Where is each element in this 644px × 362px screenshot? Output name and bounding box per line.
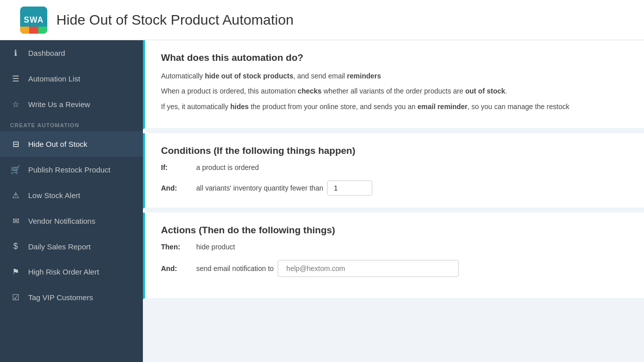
dashboard-icon: ℹ bbox=[10, 48, 21, 58]
star-icon: ☆ bbox=[10, 100, 21, 109]
sidebar-item-label: High Risk Order Alert bbox=[28, 267, 99, 276]
conditions-panel: Conditions (If the following things happ… bbox=[143, 133, 644, 209]
mail-icon: ✉ bbox=[10, 216, 21, 226]
cart-icon: 🛒 bbox=[10, 165, 21, 174]
conditions-grid: If: a product is ordered And: all varian… bbox=[161, 163, 628, 196]
warning-icon: ⚠ bbox=[10, 191, 21, 200]
create-automation-section-label: CREATE AUTOMATION bbox=[0, 117, 143, 131]
sidebar-item-low-stock-alert[interactable]: ⚠ Low Stock Alert bbox=[0, 183, 143, 208]
conditions-header: Conditions (If the following things happ… bbox=[161, 145, 628, 156]
list-icon: ☰ bbox=[10, 74, 21, 83]
action-then-label: Then: bbox=[161, 243, 196, 251]
sidebar-item-hide-out-of-stock[interactable]: ⊟ Hide Out of Stock bbox=[0, 131, 143, 157]
main-content: What does this automation do? Automatica… bbox=[143, 40, 644, 362]
box-icon: ⊟ bbox=[10, 139, 21, 149]
sidebar-item-automation-list[interactable]: ☰ Automation List bbox=[0, 66, 143, 92]
action-then-text: hide product bbox=[196, 243, 235, 251]
action-and-row: And: send email notification to bbox=[161, 260, 628, 277]
app-logo: SWA bbox=[20, 7, 47, 34]
sidebar-item-label: Publish Restock Product bbox=[28, 165, 110, 174]
condition-if-label: If: bbox=[161, 163, 196, 171]
sidebar-item-high-risk-order-alert[interactable]: ⚑ High Risk Order Alert bbox=[0, 259, 143, 285]
sidebar-item-label: Automation List bbox=[28, 74, 80, 83]
condition-if-row: If: a product is ordered bbox=[161, 163, 628, 171]
sidebar-item-label: Write Us a Review bbox=[28, 100, 90, 109]
action-and-label: And: bbox=[161, 264, 196, 273]
description-line3: If yes, it automatically hides the produ… bbox=[161, 101, 628, 112]
dollar-icon: $ bbox=[10, 242, 21, 251]
sidebar-item-tag-vip-customers[interactable]: ☑ Tag VIP Customers bbox=[0, 285, 143, 310]
sidebar-item-label: Low Stock Alert bbox=[28, 191, 80, 200]
flag-icon: ⚑ bbox=[10, 267, 21, 277]
sidebar-item-label: Vendor Notifications bbox=[28, 217, 95, 225]
condition-and-row: And: all variants' inventory quantity fe… bbox=[161, 180, 628, 196]
sidebar-item-label: Tag VIP Customers bbox=[28, 293, 93, 302]
action-then-row: Then: hide product bbox=[161, 243, 628, 251]
condition-if-text: a product is ordered bbox=[196, 163, 259, 171]
actions-header: Actions (Then do the following things) bbox=[161, 225, 628, 236]
action-email-input[interactable] bbox=[278, 260, 459, 277]
sidebar-item-label: Dashboard bbox=[28, 49, 65, 57]
top-bar: SWA Hide Out of Stock Product Automation bbox=[0, 0, 644, 40]
sidebar: ℹ Dashboard ☰ Automation List ☆ Write Us… bbox=[0, 40, 143, 362]
description-line1: Automatically hide out of stock products… bbox=[161, 70, 628, 81]
description-line2: When a product is ordered, this automati… bbox=[161, 85, 628, 97]
sidebar-item-publish-restock[interactable]: 🛒 Publish Restock Product bbox=[0, 157, 143, 183]
logo-text: SWA bbox=[24, 16, 43, 25]
condition-and-label: And: bbox=[161, 184, 196, 192]
tag-icon: ☑ bbox=[10, 293, 21, 302]
sidebar-item-dashboard[interactable]: ℹ Dashboard bbox=[0, 40, 143, 66]
sidebar-item-daily-sales-report[interactable]: $ Daily Sales Report bbox=[0, 234, 143, 259]
page-title: Hide Out of Stock Product Automation bbox=[56, 12, 294, 28]
sidebar-item-vendor-notifications[interactable]: ✉ Vendor Notifications bbox=[0, 208, 143, 234]
condition-and-text: all variants' inventory quantity fewer t… bbox=[196, 184, 323, 192]
description-panel: What does this automation do? Automatica… bbox=[143, 40, 644, 129]
actions-panel: Actions (Then do the following things) T… bbox=[143, 213, 644, 299]
description-header: What does this automation do? bbox=[161, 52, 628, 63]
condition-quantity-input[interactable] bbox=[327, 180, 372, 196]
sidebar-item-label: Hide Out of Stock bbox=[28, 140, 88, 148]
sidebar-item-label: Daily Sales Report bbox=[28, 242, 91, 251]
action-and-text: send email notification to bbox=[196, 264, 274, 273]
sidebar-item-write-review[interactable]: ☆ Write Us a Review bbox=[0, 92, 143, 117]
